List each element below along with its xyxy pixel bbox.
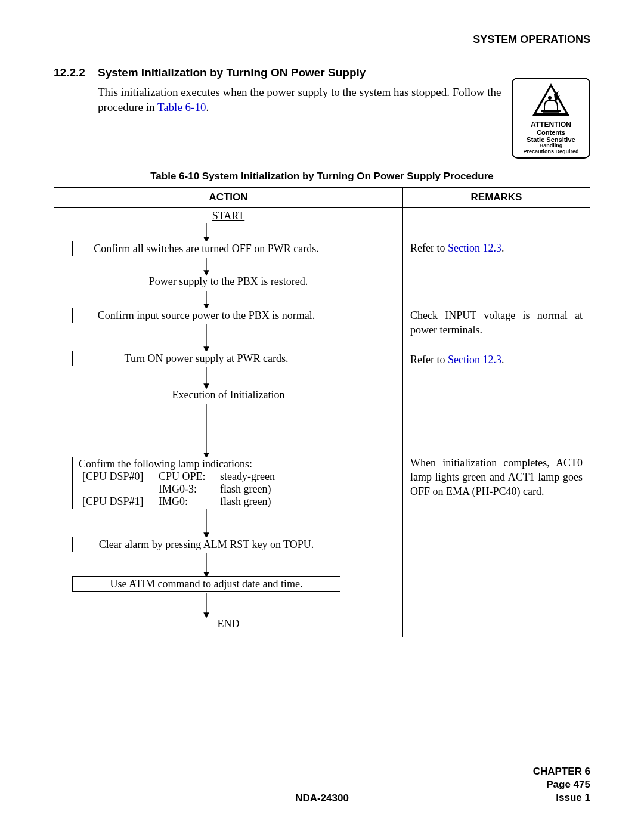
svg-point-2 <box>548 96 552 100</box>
remark-6: When initialization completes, ACT0 lamp… <box>410 456 583 499</box>
section-title: System Initialization by Turning ON Powe… <box>98 66 366 79</box>
lamp-r2c3: flash green) <box>220 483 334 496</box>
remark-1: Refer to Section 12.3. <box>410 241 583 255</box>
esd-caution-box: ATTENTION Contents Static Sensitive Hand… <box>512 78 590 159</box>
caution-contents: Contents <box>515 129 587 136</box>
lamp-r1c2: CPU OPE: <box>159 470 215 483</box>
remark-1-prefix: Refer to <box>410 242 448 254</box>
flow-step-7: Clear alarm by pressing ALM RST key on T… <box>72 537 340 552</box>
caution-precautions: Precautions Required <box>515 149 587 155</box>
remark-1-link[interactable]: Section 12.3 <box>448 242 501 254</box>
table-ref-link[interactable]: Table 6-10 <box>157 101 206 113</box>
lamp-r3c3: flash green) <box>220 496 334 508</box>
flow-step-5: Execution of Initialization <box>54 389 402 401</box>
flow-step-1: Confirm all switches are turned OFF on P… <box>72 241 340 256</box>
lamp-r2c2: IMG0-3: <box>159 483 215 496</box>
flow-end: END <box>54 618 402 630</box>
lamp-r2c1 <box>82 483 154 496</box>
remark-4-suffix: . <box>501 354 504 366</box>
flow-start: START <box>54 210 402 222</box>
col-header-remarks: REMARKS <box>403 188 590 208</box>
remark-4-link[interactable]: Section 12.3 <box>448 354 501 366</box>
lamp-r3c2: IMG0: <box>159 496 215 508</box>
remark-4: Refer to Section 12.3. <box>410 352 583 367</box>
lamp-r3c1: [CPU DSP#1] <box>82 496 154 508</box>
remark-3: Check INPUT voltage is normal at power t… <box>410 308 583 337</box>
caution-attention: ATTENTION <box>515 120 587 129</box>
section-number: 12.2.2 <box>54 66 87 79</box>
footer-chapter: CHAPTER 6 <box>533 765 590 778</box>
flow-connectors <box>54 208 370 637</box>
flow-step-3: Confirm input source power to the PBX is… <box>72 308 340 323</box>
intro-text-suffix: . <box>206 101 209 113</box>
running-header: SYSTEM OPERATIONS <box>54 33 590 46</box>
remark-4-prefix: Refer to <box>410 354 448 366</box>
footer-doc-number: NDA-24300 <box>54 792 590 804</box>
flow-step-4: Turn ON power supply at PWR cards. <box>72 351 340 366</box>
esd-icon <box>530 82 572 118</box>
flow-step-8: Use ATIM command to adjust date and time… <box>72 576 340 592</box>
remark-1-suffix: . <box>501 242 504 254</box>
lamp-r1c1: [CPU DSP#0] <box>82 470 154 483</box>
procedure-table: ACTION REMARKS <box>54 187 590 637</box>
col-header-action: ACTION <box>54 188 403 208</box>
flow-step-6: Confirm the following lamp indications: … <box>72 457 340 509</box>
footer-page: Page 475 <box>533 778 590 791</box>
flow-step-2: Power supply to the PBX is restored. <box>54 275 402 288</box>
flowchart: START Confirm all switches are turned OF… <box>54 208 402 637</box>
table-caption: Table 6-10 System Initialization by Turn… <box>54 171 590 182</box>
lamp-r1c3: steady-green <box>220 470 334 483</box>
flow-step-6-intro: Confirm the following lamp indications: <box>79 458 334 470</box>
